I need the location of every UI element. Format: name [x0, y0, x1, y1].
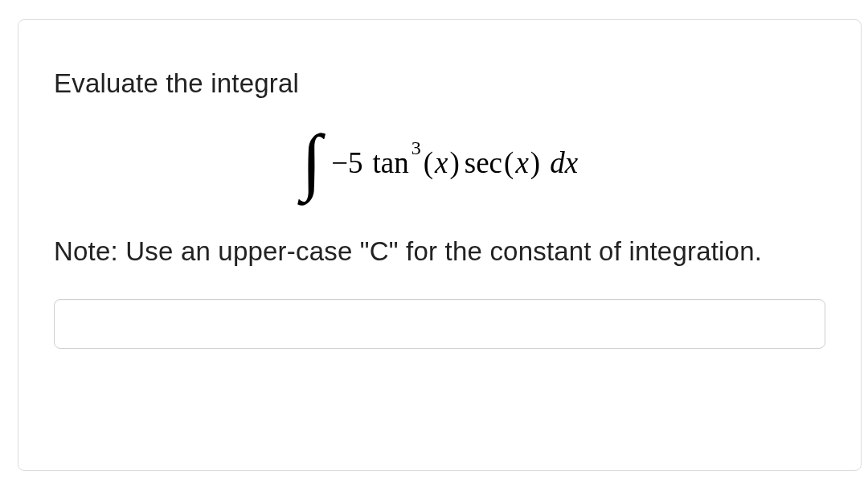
question-note: Note: Use an upper-case "C" for the cons…	[54, 233, 825, 270]
arg1-close: )	[449, 145, 459, 180]
math-inline: ∫ −5 tan3(x) sec(x) dx	[301, 137, 578, 188]
answer-input[interactable]	[54, 299, 825, 349]
arg1-open: (	[424, 145, 433, 180]
question-card: Evaluate the integral ∫ −5 tan3(x) sec(x…	[18, 19, 862, 471]
arg2-open: (	[504, 145, 514, 180]
fn-tan: tan	[373, 145, 409, 180]
exponent: 3	[411, 137, 421, 159]
question-prompt: Evaluate the integral	[54, 67, 825, 101]
integral-expression: ∫ −5 tan3(x) sec(x) dx	[54, 137, 825, 194]
arg2-close: )	[530, 145, 540, 180]
integral-sign-icon: ∫	[301, 135, 321, 186]
coefficient: −5	[331, 145, 362, 180]
differential: dx	[550, 145, 578, 180]
arg2-var: x	[515, 145, 528, 180]
arg1-var: x	[435, 145, 448, 180]
fn-sec: sec	[465, 145, 502, 180]
